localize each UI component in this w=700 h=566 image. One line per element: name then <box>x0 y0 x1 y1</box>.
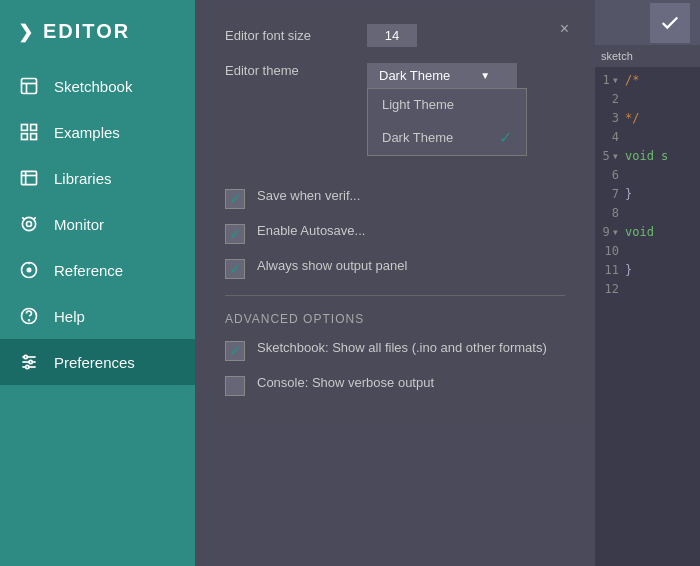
code-line-11: 11 } <box>595 260 700 279</box>
svg-point-24 <box>26 365 29 368</box>
monitor-icon <box>18 213 40 235</box>
advanced-options-title: ADVANCED OPTIONS <box>225 312 565 326</box>
autosave-checkbox[interactable] <box>225 224 245 244</box>
svg-point-23 <box>29 360 32 363</box>
code-line-1: 1 /* <box>595 70 700 89</box>
grid-icon <box>18 121 40 143</box>
theme-row: Editor theme Dark Theme ▼ Light Theme Da… <box>225 63 565 88</box>
close-button[interactable]: × <box>560 20 569 38</box>
svg-point-15 <box>27 268 30 271</box>
font-size-input[interactable] <box>367 24 417 47</box>
theme-dropdown: Dark Theme ▼ Light Theme Dark Theme ✓ <box>367 63 517 88</box>
line-number: 5 <box>595 149 625 163</box>
theme-dropdown-menu: Light Theme Dark Theme ✓ <box>367 88 527 156</box>
checkbox-row-show-files: Sketchbook: Show all files (.ino and oth… <box>225 340 565 361</box>
checkbox-label: Console: Show verbose output <box>257 375 434 390</box>
sidebar-item-label: Monitor <box>54 216 104 233</box>
font-size-label: Editor font size <box>225 28 355 43</box>
line-number: 4 <box>595 130 625 144</box>
line-number: 8 <box>595 206 625 220</box>
line-number: 3 <box>595 111 625 125</box>
verbose-checkbox[interactable] <box>225 376 245 396</box>
svg-rect-5 <box>22 134 28 140</box>
sliders-icon <box>18 351 40 373</box>
verify-button[interactable] <box>650 3 690 43</box>
preferences-dialog: × Editor font size Editor theme Dark The… <box>205 8 585 426</box>
theme-option-dark[interactable]: Dark Theme ✓ <box>368 120 526 155</box>
theme-option-label: Dark Theme <box>382 130 453 145</box>
svg-point-22 <box>24 355 27 358</box>
sidebar-item-monitor[interactable]: Monitor <box>0 201 195 247</box>
line-number: 10 <box>595 244 625 258</box>
line-code: void s <box>625 149 668 163</box>
svg-line-12 <box>22 217 25 220</box>
libraries-icon <box>18 167 40 189</box>
line-code: } <box>625 187 632 201</box>
reference-icon <box>18 259 40 281</box>
book-icon <box>18 75 40 97</box>
line-code: } <box>625 263 632 277</box>
sidebar-item-label: Examples <box>54 124 120 141</box>
sidebar-item-reference[interactable]: Reference <box>0 247 195 293</box>
svg-rect-6 <box>31 134 37 140</box>
svg-point-18 <box>29 320 30 321</box>
sidebar-item-sketchbook[interactable]: Sketchbook <box>0 63 195 109</box>
tab-label[interactable]: sketch <box>601 50 633 62</box>
checkbox-row-verbose: Console: Show verbose output <box>225 375 565 396</box>
theme-dropdown-value: Dark Theme <box>379 68 450 83</box>
code-line-9: 9 void <box>595 222 700 241</box>
dropdown-arrow-icon: ▼ <box>480 70 490 81</box>
code-line-3: 3 */ <box>595 108 700 127</box>
line-number: 11 <box>595 263 625 277</box>
svg-point-11 <box>27 222 32 227</box>
code-editor-panel: 1 /* 2 3 */ 4 5 void s 6 <box>595 0 700 566</box>
line-number: 2 <box>595 92 625 106</box>
sidebar-title: EDITOR <box>43 20 130 43</box>
sidebar-header: ❯ EDITOR <box>0 0 195 63</box>
save-verify-checkbox[interactable] <box>225 189 245 209</box>
code-line-6: 6 <box>595 165 700 184</box>
line-number: 7 <box>595 187 625 201</box>
theme-dropdown-button[interactable]: Dark Theme ▼ <box>367 63 517 88</box>
output-panel-checkbox[interactable] <box>225 259 245 279</box>
selected-check-icon: ✓ <box>499 128 512 147</box>
theme-option-label: Light Theme <box>382 97 454 112</box>
sidebar-item-examples[interactable]: Examples <box>0 109 195 155</box>
code-line-4: 4 <box>595 127 700 146</box>
divider <box>225 295 565 296</box>
checkbox-label: Save when verif... <box>257 188 360 203</box>
sidebar-item-libraries[interactable]: Libraries <box>0 155 195 201</box>
line-number: 12 <box>595 282 625 296</box>
code-lines: 1 /* 2 3 */ 4 5 void s 6 <box>595 60 700 308</box>
sidebar-item-label: Preferences <box>54 354 135 371</box>
checkbox-row-save: Save when verif... <box>225 188 565 209</box>
svg-line-13 <box>33 217 35 220</box>
code-editor-header <box>595 0 700 45</box>
theme-label: Editor theme <box>225 63 355 78</box>
theme-option-light[interactable]: Light Theme <box>368 89 526 120</box>
sidebar-item-label: Sketchbook <box>54 78 132 95</box>
checkbox-row-output: Always show output panel <box>225 258 565 279</box>
svg-rect-3 <box>22 125 28 131</box>
sidebar-item-label: Help <box>54 308 85 325</box>
line-code: /* <box>625 73 639 87</box>
code-line-2: 2 <box>595 89 700 108</box>
svg-rect-4 <box>31 125 37 131</box>
chevron-icon: ❯ <box>18 21 33 43</box>
checkbox-row-autosave: Enable Autosave... <box>225 223 565 244</box>
sidebar-item-label: Reference <box>54 262 123 279</box>
svg-rect-7 <box>22 171 37 184</box>
line-number: 1 <box>595 73 625 87</box>
tab-bar: sketch <box>595 45 700 67</box>
show-files-checkbox[interactable] <box>225 341 245 361</box>
svg-rect-0 <box>22 79 37 94</box>
checkbox-label: Enable Autosave... <box>257 223 365 238</box>
line-code: void <box>625 225 654 239</box>
sidebar-item-preferences[interactable]: Preferences <box>0 339 195 385</box>
sidebar-item-help[interactable]: Help <box>0 293 195 339</box>
line-number: 9 <box>595 225 625 239</box>
checkbox-label: Always show output panel <box>257 258 407 273</box>
code-line-10: 10 <box>595 241 700 260</box>
line-code: */ <box>625 111 639 125</box>
main-area: 1 /* 2 3 */ 4 5 void s 6 <box>195 0 700 566</box>
